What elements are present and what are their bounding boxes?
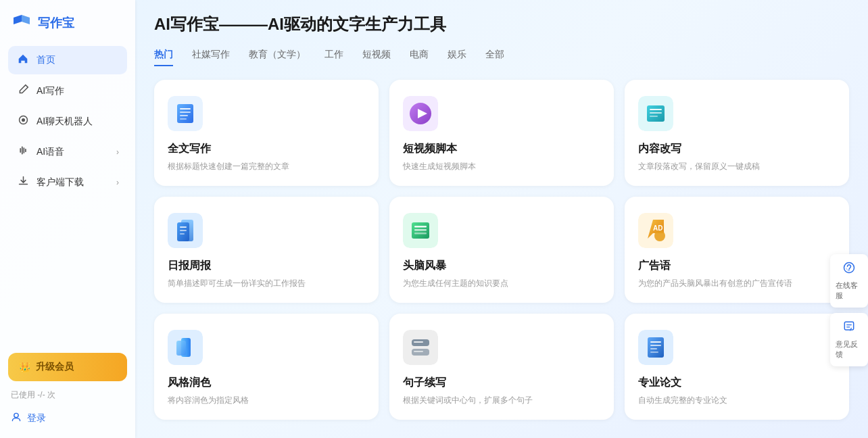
card-title-brainstorm: 头脑风暴 [403,259,600,273]
card-brainstorm[interactable]: 头脑风暴 为您生成任何主题的知识要点 [389,197,614,303]
card-desc-style-polish: 将内容润色为指定风格 [168,394,365,406]
tab-ecommerce[interactable]: 电商 [410,49,429,66]
sidebar-bottom: 👑 升级会员 已使用 -/- 次 登录 [0,342,135,438]
sidebar-item-download-label: 客户端下载 [37,176,84,189]
float-sidebar: 在线客服 意见反馈 [830,254,868,370]
card-thesis[interactable]: 专业论文 自动生成完整的专业论文 [625,314,849,420]
card-desc-thesis: 自动生成完整的专业论文 [638,394,836,406]
card-title-sentence-continue: 句子续写 [403,376,600,390]
card-sentence-continue[interactable]: 句子续写 根据关键词或中心句，扩展多个句子 [389,314,614,420]
svg-rect-3 [21,147,22,155]
sidebar-item-home[interactable]: 首页 [8,46,127,74]
svg-rect-25 [180,230,187,231]
svg-rect-39 [403,330,438,365]
svg-rect-26 [180,233,185,235]
card-desc-brainstorm: 为您生成任何主题的知识要点 [403,277,600,289]
card-desc-short-video: 快速生成短视频脚本 [403,160,600,172]
svg-rect-46 [650,341,661,343]
customer-service-label: 在线客服 [836,281,863,301]
tab-short-video[interactable]: 短视频 [362,49,391,66]
card-desc-content-rewrite: 文章段落改写，保留原义一键成稿 [638,160,836,172]
svg-rect-30 [414,229,427,231]
card-icon-ad-copy: AD [638,213,673,248]
svg-rect-38 [176,341,186,356]
sidebar-item-ai-voice[interactable]: AI语音 › [8,138,127,166]
tab-entertainment[interactable]: 娱乐 [448,49,466,66]
svg-rect-24 [180,226,187,228]
card-desc-sentence-continue: 根据关键词或中心句，扩展多个句子 [403,394,600,406]
feedback-icon [842,320,856,337]
svg-rect-20 [650,116,658,117]
feedback-button[interactable]: 意见反馈 [830,313,868,366]
card-title-content-rewrite: 内容改写 [638,142,836,156]
svg-rect-47 [650,345,661,346]
logo-area: 写作宝 [0,0,135,46]
svg-rect-49 [650,351,658,353]
card-icon-full-write [168,96,203,131]
tab-education[interactable]: 教育（文学） [249,49,306,66]
card-icon-style-polish [168,330,203,365]
card-title-daily-report: 日报周报 [168,259,365,273]
card-desc-daily-report: 简单描述即可生成一份详实的工作报告 [168,277,365,289]
card-short-video-script[interactable]: 短视频脚本 快速生成短视频脚本 [389,80,614,186]
sidebar-item-ai-write[interactable]: AI写作 [8,77,127,105]
sidebar-item-ai-chat-label: AI聊天机器人 [37,116,93,128]
card-desc-full-write: 根据标题快速创建一篇完整的文章 [168,160,365,172]
card-title-ad-copy: 广告语 [638,259,836,273]
sidebar-item-home-label: 首页 [37,54,55,66]
svg-rect-12 [180,118,187,120]
svg-rect-11 [180,115,188,116]
svg-rect-5 [25,149,26,152]
tab-social[interactable]: 社媒写作 [192,49,230,66]
login-button[interactable]: 登录 [8,409,127,427]
upgrade-label: 升级会员 [36,361,74,373]
svg-rect-2 [20,148,21,153]
download-arrow-icon: › [116,178,119,187]
svg-rect-19 [650,112,662,114]
svg-rect-45 [648,337,664,358]
svg-point-50 [844,263,854,273]
card-icon-brainstorm [403,213,438,248]
sidebar-item-ai-chat[interactable]: AI聊天机器人 [8,107,127,135]
svg-point-35 [654,230,665,241]
card-icon-sentence-continue [403,330,438,365]
tab-bar: 热门 社媒写作 教育（文学） 工作 短视频 电商 娱乐 全部 [154,49,849,66]
home-icon [16,53,30,68]
login-label: 登录 [27,412,46,424]
card-daily-report[interactable]: 日报周报 简单描述即可生成一份详实的工作报告 [154,197,379,303]
card-title-short-video: 短视频脚本 [403,142,600,156]
svg-rect-48 [650,348,657,349]
svg-rect-18 [650,109,662,110]
card-style-polish[interactable]: 风格润色 将内容润色为指定风格 [154,314,379,420]
usage-text: 已使用 -/- 次 [8,389,127,401]
page-title: AI写作宝———AI驱动的文字生产力工具 [154,14,849,35]
voice-icon [16,145,30,159]
tab-hot[interactable]: 热门 [154,49,173,66]
svg-point-1 [21,118,24,122]
upgrade-button[interactable]: 👑 升级会员 [8,353,127,381]
card-ad-copy[interactable]: AD 广告语 为您的产品头脑风暴出有创意的广告宣传语 [625,197,849,303]
sidebar: 写作宝 首页 AI写作 [0,0,135,438]
logo-icon [11,12,32,34]
svg-rect-8 [177,104,193,123]
svg-rect-31 [414,233,427,235]
svg-rect-42 [414,341,423,343]
card-content-rewrite[interactable]: 内容改写 文章段落改写，保留原义一键成稿 [625,80,849,186]
card-icon-short-video [403,96,438,131]
sidebar-item-ai-voice-label: AI语音 [37,146,64,158]
cards-grid: 全文写作 根据标题快速创建一篇完整的文章 短视频脚本 快速生成短视频脚本 [154,80,849,420]
card-title-style-polish: 风格润色 [168,376,365,390]
download-icon [16,175,30,189]
card-title-thesis: 专业论文 [638,376,836,390]
tab-work[interactable]: 工作 [324,49,343,66]
customer-service-icon [842,261,856,278]
sidebar-item-download[interactable]: 客户端下载 › [8,168,127,196]
sidebar-item-ai-write-label: AI写作 [37,85,64,97]
customer-service-button[interactable]: 在线客服 [830,254,868,308]
svg-rect-29 [414,226,427,228]
card-full-write[interactable]: 全文写作 根据标题快速创建一篇完整的文章 [154,80,379,186]
svg-rect-4 [23,147,24,153]
logo-text: 写作宝 [38,15,74,31]
svg-rect-9 [180,108,191,110]
tab-all[interactable]: 全部 [485,49,504,66]
